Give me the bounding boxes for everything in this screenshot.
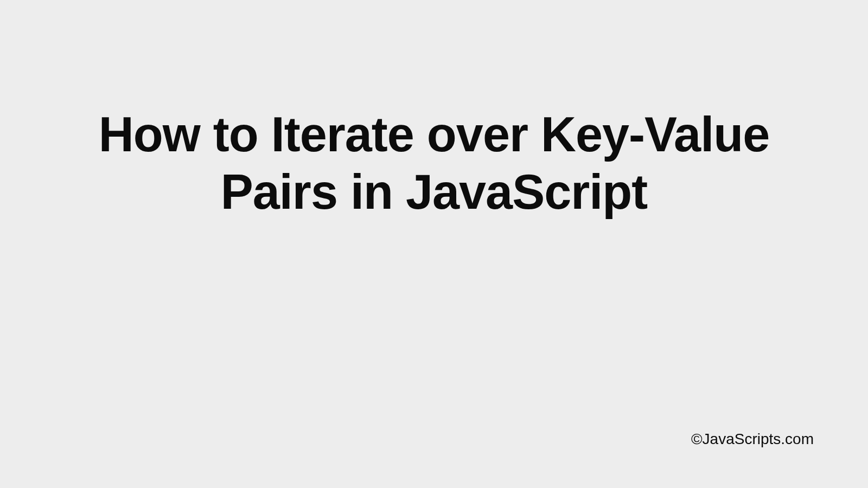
copyright-footer: ©JavaScripts.com	[691, 431, 814, 448]
title-container: How to Iterate over Key-Value Pairs in J…	[0, 106, 868, 221]
page-title: How to Iterate over Key-Value Pairs in J…	[54, 106, 814, 221]
